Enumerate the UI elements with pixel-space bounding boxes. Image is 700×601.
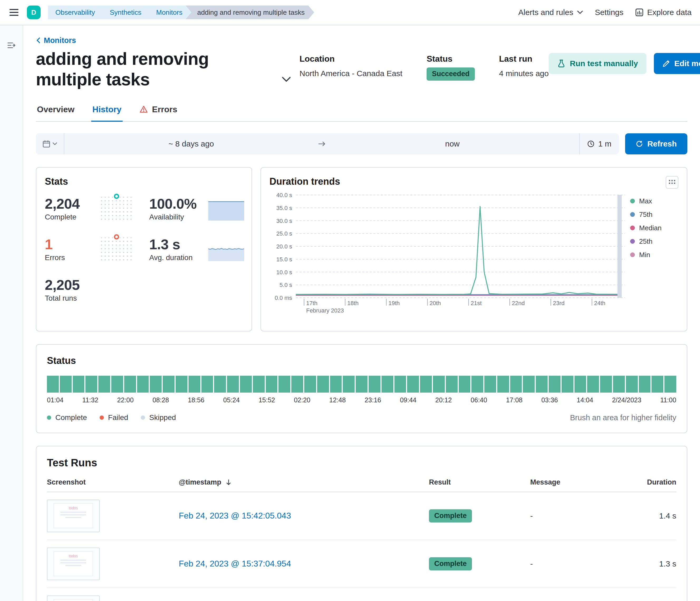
status-bar[interactable]	[587, 376, 599, 393]
status-bar[interactable]	[163, 376, 175, 393]
alerts-and-rules-label: Alerts and rules	[518, 8, 573, 17]
status-bar[interactable]	[561, 376, 573, 393]
status-bar[interactable]	[665, 376, 676, 393]
edit-monitor-button[interactable]: Edit monitor	[654, 53, 700, 74]
expand-sidebar-icon[interactable]	[7, 41, 16, 51]
alerts-and-rules-menu[interactable]: Alerts and rules	[518, 8, 583, 17]
legend-item[interactable]: 75th	[630, 211, 674, 219]
legend-item[interactable]: Min	[630, 251, 674, 259]
refresh-button[interactable]: Refresh	[625, 133, 688, 154]
breadcrumb-item[interactable]: Monitors	[145, 5, 192, 19]
chart-options-icon[interactable]	[666, 176, 678, 189]
status-bar[interactable]	[124, 376, 136, 393]
status-bars[interactable]	[47, 376, 676, 393]
test-run-timestamp-link[interactable]: Feb 24, 2023 @ 15:37:04.954	[179, 559, 291, 568]
stat-availability: 100.0% Availability	[149, 195, 208, 221]
status-bar[interactable]	[394, 376, 406, 393]
stat-errors: 1 Errors	[45, 236, 100, 262]
legend-item[interactable]: 25th	[630, 237, 674, 245]
status-bar[interactable]	[214, 376, 226, 393]
stats-panel: Stats 2,204 Complete 100.0% Availability…	[36, 167, 252, 332]
quick-select-button[interactable]	[36, 133, 64, 154]
status-bar[interactable]	[330, 376, 342, 393]
status-axis-label: 09:44	[400, 396, 417, 404]
status-bar[interactable]	[291, 376, 303, 393]
status-legend-item: Skipped	[141, 413, 176, 422]
title-accordion-chevron-icon[interactable]	[281, 76, 291, 84]
duration-trends-chart[interactable]: 0.0 ms5.0 s10.0 s15.0 s20.0 s25.0 s30.0 …	[270, 190, 628, 322]
status-bar[interactable]	[433, 376, 445, 393]
status-bar[interactable]	[137, 376, 149, 393]
status-bar[interactable]	[60, 376, 72, 393]
status-bar[interactable]	[356, 376, 368, 393]
status-bar[interactable]	[510, 376, 522, 393]
status-bar[interactable]	[227, 376, 239, 393]
status-bar[interactable]	[420, 376, 432, 393]
status-bar[interactable]	[85, 376, 97, 393]
legend-item[interactable]: Median	[630, 224, 674, 232]
breadcrumb-item[interactable]: Observability	[48, 5, 104, 19]
status-bar[interactable]	[253, 376, 265, 393]
screenshot-thumbnail[interactable]: todos	[47, 500, 100, 532]
status-bar[interactable]	[189, 376, 200, 393]
status-bar[interactable]	[626, 376, 638, 393]
status-bar[interactable]	[575, 376, 586, 393]
status-bar[interactable]	[381, 376, 393, 393]
status-bar[interactable]	[407, 376, 419, 393]
location-label: Location	[300, 54, 402, 64]
back-to-monitors-link[interactable]: Monitors	[36, 36, 76, 45]
status-bar[interactable]	[651, 376, 664, 393]
status-bar[interactable]	[201, 376, 213, 393]
status-bar[interactable]	[446, 376, 458, 393]
status-bar[interactable]	[549, 376, 560, 393]
status-bar[interactable]	[278, 376, 290, 393]
status-bar[interactable]	[639, 376, 651, 393]
status-bar[interactable]	[600, 376, 612, 393]
status-bar[interactable]	[240, 376, 252, 393]
status-bar[interactable]	[176, 376, 188, 393]
tab-errors[interactable]: Errors	[139, 105, 178, 122]
space-avatar[interactable]: D	[27, 5, 41, 19]
status-bar[interactable]	[317, 376, 329, 393]
status-bar[interactable]	[47, 376, 59, 393]
settings-link[interactable]: Settings	[595, 8, 623, 17]
date-range-start[interactable]: ~ 8 days ago	[64, 139, 318, 148]
status-bar[interactable]	[343, 376, 355, 393]
status-bar[interactable]	[613, 376, 625, 393]
status-bar[interactable]	[523, 376, 535, 393]
refresh-interval-button[interactable]: 1 m	[579, 133, 619, 154]
status-axis-label: 05:24	[223, 396, 240, 404]
column-timestamp[interactable]: @timestamp	[179, 478, 429, 487]
tab-overview[interactable]: Overview	[36, 105, 75, 122]
svg-text:18th: 18th	[347, 300, 358, 307]
menu-icon[interactable]	[8, 6, 20, 19]
legend-item[interactable]: Max	[630, 197, 674, 205]
status-bar[interactable]	[497, 376, 509, 393]
status-bar[interactable]	[304, 376, 316, 393]
status-bar[interactable]	[471, 376, 483, 393]
status-bar[interactable]	[111, 376, 123, 393]
status-bar[interactable]	[369, 376, 380, 393]
status-bar[interactable]	[484, 376, 496, 393]
breadcrumb-item[interactable]: Synthetics	[98, 5, 151, 19]
screenshot-thumbnail[interactable]: todos	[47, 596, 100, 601]
status-legend: CompleteFailedSkippedBrush an area for h…	[47, 413, 676, 422]
explore-data-link[interactable]: Explore data	[635, 8, 692, 17]
status-bar[interactable]	[73, 376, 85, 393]
test-run-timestamp-link[interactable]: Feb 24, 2023 @ 15:42:05.043	[179, 511, 291, 520]
tab-history[interactable]: History	[91, 105, 122, 122]
run-test-manually-button[interactable]: Run test manually	[549, 53, 646, 74]
date-range-end[interactable]: now	[326, 139, 579, 148]
status-bar[interactable]	[536, 376, 548, 393]
status-bar[interactable]	[98, 376, 110, 393]
main-content: Monitors adding and removing multiple ta…	[23, 25, 700, 601]
svg-text:February 2023: February 2023	[306, 307, 344, 314]
test-runs-table-body: todosFeb 24, 2023 @ 15:42:05.043Complete…	[47, 492, 676, 601]
svg-text:21st: 21st	[471, 300, 482, 307]
status-bar[interactable]	[150, 376, 161, 393]
status-bar[interactable]	[459, 376, 471, 393]
screenshot-thumbnail[interactable]: todos	[47, 548, 100, 580]
status-bar[interactable]	[266, 376, 278, 393]
availability-dot-chart-icon	[100, 197, 133, 220]
test-runs-panel: Test Runs Screenshot @timestamp Result M…	[36, 446, 688, 601]
